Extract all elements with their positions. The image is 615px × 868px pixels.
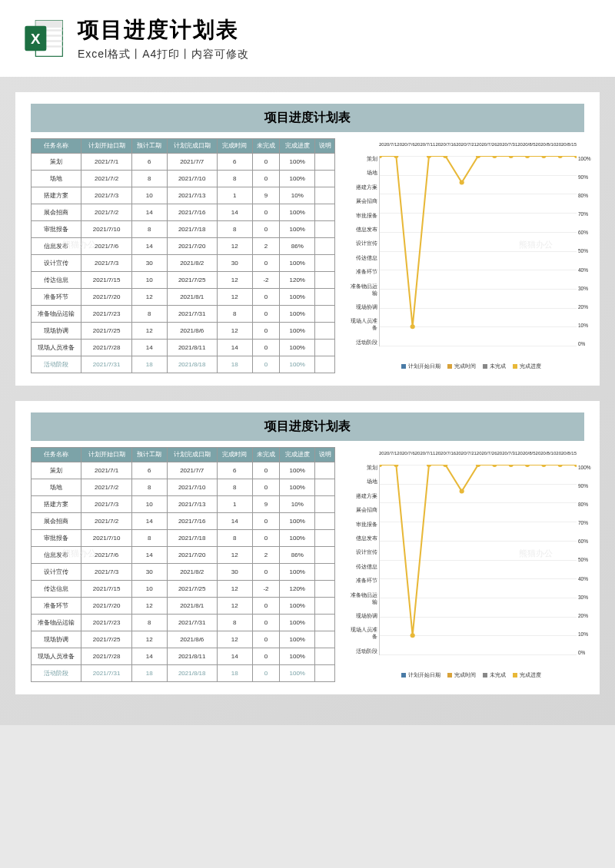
svg-point-31 <box>541 465 546 467</box>
data-table: 任务名称计划开始日期预计工期计划完成日期完成时间未完成完成进度说明 策划2021… <box>31 447 335 683</box>
table-row: 现场人员准备2021/7/28142021/8/11140100% <box>32 340 335 356</box>
data-table: 任务名称计划开始日期预计工期计划完成日期完成时间未完成完成进度说明 策划2021… <box>31 138 335 374</box>
table-header-row: 任务名称计划开始日期预计工期计划完成日期完成时间未完成完成进度说明 <box>32 448 335 462</box>
preview-area: 熊猫办公 熊猫办公 项目进度计划表 任务名称计划开始日期预计工期计划完成日期完成… <box>0 77 615 725</box>
progress-chart: 2020/7/12020/7/62020/7/112020/7/162020/7… <box>343 447 597 683</box>
table-row: 设计宣传2021/7/3302021/8/2300100% <box>32 564 335 581</box>
page-title: 项目进度计划表 <box>78 15 249 45</box>
svg-point-32 <box>558 465 563 467</box>
svg-point-21 <box>380 465 382 467</box>
page-subtitle: Excel格式丨A4打印丨内容可修改 <box>78 48 249 61</box>
panel-title-bar: 项目进度计划表 <box>31 104 584 132</box>
svg-point-9 <box>394 156 398 158</box>
svg-point-23 <box>411 633 415 638</box>
panel-title: 项目进度计划表 <box>37 110 578 126</box>
table-summary-row: 活动阶段2021/7/31182021/8/18180100% <box>32 356 335 373</box>
svg-point-19 <box>558 156 563 158</box>
svg-point-18 <box>541 156 546 158</box>
preview-page-2: 熊猫办公 熊猫办公 项目进度计划表 任务名称计划开始日期预计工期计划完成日期完成… <box>15 401 600 694</box>
table-row: 设计宣传2021/7/3302021/8/2300100% <box>32 255 335 272</box>
panel-title: 项目进度计划表 <box>37 419 578 435</box>
chart-legend: 计划开始日期完成时间未完成完成进度 <box>347 363 593 370</box>
svg-point-13 <box>460 181 464 185</box>
watermark: 熊猫办公 <box>62 239 96 250</box>
chart-y-pct: 100%90%80%70%60%50%40%30%20%10%0% <box>578 156 593 346</box>
svg-point-28 <box>492 465 497 467</box>
table-row: 策划2021/7/162021/7/760100% <box>32 154 335 171</box>
table-summary-row: 活动阶段2021/7/31182021/8/18180100% <box>32 665 335 682</box>
svg-point-26 <box>460 489 464 494</box>
table-row: 展会招商2021/7/2142021/7/16140100% <box>32 513 335 530</box>
table-row: 审批报备2021/7/1082021/7/1880100% <box>32 530 335 547</box>
chart-plot-area <box>379 156 577 346</box>
svg-point-10 <box>411 324 415 329</box>
excel-icon: X <box>23 17 66 60</box>
table-row: 传达信息2021/7/15102021/7/2512-2120% <box>32 581 335 598</box>
header: X 项目进度计划表 Excel格式丨A4打印丨内容可修改 <box>0 0 615 77</box>
svg-text:X: X <box>31 31 41 47</box>
svg-point-33 <box>574 465 577 467</box>
table-row: 现场协调2021/7/25122021/8/6120100% <box>32 631 335 648</box>
table-row: 准备环节2021/7/20122021/8/1120100% <box>32 598 335 615</box>
svg-point-22 <box>394 465 398 467</box>
svg-point-11 <box>427 156 431 158</box>
header-text: 项目进度计划表 Excel格式丨A4打印丨内容可修改 <box>78 15 249 61</box>
table-row: 准备物品运输2021/7/2382021/7/3180100% <box>32 615 335 631</box>
svg-point-20 <box>574 156 577 158</box>
svg-point-30 <box>525 465 530 467</box>
progress-chart: 2020/7/12020/7/62020/7/112020/7/162020/7… <box>343 138 597 374</box>
table-row: 准备物品运输2021/7/2382021/7/3180100% <box>32 306 335 323</box>
table-header-row: 任务名称计划开始日期预计工期计划完成日期完成时间未完成完成进度说明 <box>32 139 335 154</box>
watermark: 熊猫办公 <box>62 548 96 559</box>
svg-point-17 <box>525 156 530 158</box>
chart-y-categories: 策划场地搭建方案展会招商审批报备信息发布设计宣传传达信息准备环节准备物品运输现场… <box>347 156 377 346</box>
chart-y-categories: 策划场地搭建方案展会招商审批报备信息发布设计宣传传达信息准备环节准备物品运输现场… <box>347 465 377 655</box>
chart-y-pct: 100%90%80%70%60%50%40%30%20%10%0% <box>578 465 593 655</box>
table-row: 展会招商2021/7/2142021/7/16140100% <box>32 204 335 221</box>
svg-point-15 <box>492 156 497 158</box>
svg-point-16 <box>509 156 514 158</box>
table-row: 审批报备2021/7/1082021/7/1880100% <box>32 221 335 238</box>
table-row: 传达信息2021/7/15102021/7/2512-2120% <box>32 272 335 289</box>
chart-legend: 计划开始日期完成时间未完成完成进度 <box>347 672 593 679</box>
table-row: 准备环节2021/7/20122021/8/1120100% <box>32 289 335 306</box>
svg-point-24 <box>427 465 431 467</box>
svg-point-8 <box>380 156 382 158</box>
table-row: 策划2021/7/162021/7/760100% <box>32 462 335 479</box>
panel-title-bar: 项目进度计划表 <box>31 412 584 441</box>
table-row: 搭建方案2021/7/3102021/7/131910% <box>32 187 335 204</box>
preview-page-1: 熊猫办公 熊猫办公 项目进度计划表 任务名称计划开始日期预计工期计划完成日期完成… <box>15 92 600 386</box>
table-row: 现场协调2021/7/25122021/8/6120100% <box>32 323 335 340</box>
table-row: 场地2021/7/282021/7/1080100% <box>32 171 335 187</box>
table-row: 搭建方案2021/7/3102021/7/131910% <box>32 496 335 513</box>
table-row: 现场人员准备2021/7/28142021/8/11140100% <box>32 648 335 665</box>
svg-point-29 <box>509 465 514 467</box>
table-row: 场地2021/7/282021/7/1080100% <box>32 479 335 496</box>
chart-plot-area <box>379 465 577 655</box>
